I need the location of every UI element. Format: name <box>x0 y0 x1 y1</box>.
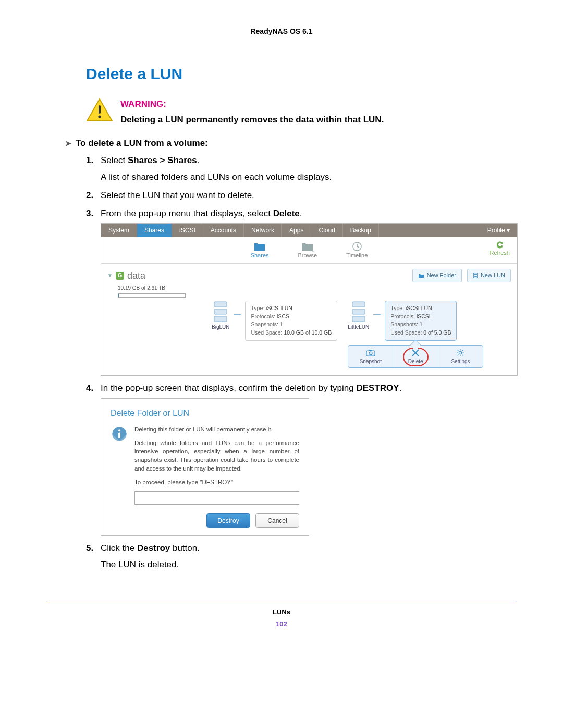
subnav-label: Shares <box>251 252 269 260</box>
menu-snapshot[interactable]: Snapshot <box>348 346 393 368</box>
svg-rect-14 <box>352 316 365 322</box>
sub-nav: Shares Browse Timeline Refresh <box>101 237 517 264</box>
step-text: button. <box>170 543 200 553</box>
tab-cloud[interactable]: Cloud <box>311 224 342 237</box>
dialog-text: Deleting this folder or LUN will permane… <box>134 425 299 434</box>
delete-icon <box>411 349 420 357</box>
gear-icon <box>456 349 464 357</box>
doc-header: ReadyNAS OS 6.1 <box>47 26 516 36</box>
folder-icon <box>418 273 424 278</box>
button-label: New LUN <box>481 272 505 280</box>
profile-menu[interactable]: Profile ▾ <box>480 224 517 237</box>
tab-network[interactable]: Network <box>244 224 282 237</box>
main-tabs: System Shares iSCSI Accounts Network App… <box>101 224 517 237</box>
procedure-heading: ➤To delete a LUN from a volume: <box>65 137 516 150</box>
step-bold: Delete <box>273 208 300 218</box>
destroy-button[interactable]: Destroy <box>206 513 250 528</box>
menu-settings[interactable]: Settings <box>438 346 483 368</box>
svg-rect-12 <box>352 302 365 307</box>
info-icon <box>111 425 128 505</box>
svg-rect-1 <box>99 105 101 114</box>
step-5: Click the Destroy button. The LUN is del… <box>86 542 516 572</box>
step-2: Select the LUN that you want to delete. <box>86 189 516 202</box>
lun-stack-icon <box>351 301 366 323</box>
svg-rect-8 <box>473 277 477 278</box>
section-title: Delete a LUN <box>86 63 516 85</box>
volume-caret-icon[interactable]: ▼ <box>107 272 113 280</box>
refresh-button[interactable]: Refresh <box>489 240 510 257</box>
clock-icon <box>351 241 363 252</box>
svg-point-21 <box>118 429 120 431</box>
cancel-button[interactable]: Cancel <box>255 513 299 528</box>
warning-block: WARNING: Deleting a LUN permanently remo… <box>86 98 516 127</box>
svg-point-2 <box>98 115 101 118</box>
folder-icon <box>253 241 266 252</box>
screenshot-shares-ui: System Shares iSCSI Accounts Network App… <box>101 223 518 376</box>
svg-rect-11 <box>214 316 227 322</box>
footer-label: LUNs <box>47 608 516 618</box>
warning-text: Deleting a LUN permanently removes the d… <box>120 114 384 127</box>
procedure-arrow-icon: ➤ <box>65 139 71 147</box>
tab-accounts[interactable]: Accounts <box>203 224 244 237</box>
svg-rect-22 <box>118 433 120 438</box>
svg-rect-7 <box>473 275 477 277</box>
step-bold: Shares > Shares <box>128 155 197 165</box>
subnav-browse[interactable]: Browse <box>294 240 322 261</box>
svg-rect-6 <box>473 273 477 275</box>
svg-rect-13 <box>352 309 365 314</box>
browse-icon <box>301 241 314 252</box>
subnav-label: Timeline <box>346 252 368 260</box>
warning-label: WARNING: <box>120 98 384 111</box>
warning-icon <box>86 98 113 123</box>
destroy-confirm-input[interactable] <box>134 491 299 505</box>
tab-apps[interactable]: Apps <box>282 224 311 237</box>
new-lun-button[interactable]: New LUN <box>467 269 511 282</box>
svg-rect-10 <box>214 309 227 314</box>
lun-info: Type: iSCSI LUN Protocols: iSCSI Snapsho… <box>245 301 337 341</box>
lun-icon <box>473 273 478 279</box>
volume-usage: 10.19 GB of 2.61 TB <box>118 285 511 292</box>
tab-backup[interactable]: Backup <box>343 224 379 237</box>
step-sub: A list of shared folders and LUNs on eac… <box>101 171 516 184</box>
subnav-label: Refresh <box>489 249 510 257</box>
lun-card-littlelun[interactable]: LittleLUN Type: iSCSI LUN Protocols: iSC… <box>348 301 483 341</box>
svg-rect-9 <box>214 302 227 307</box>
lun-stack-icon <box>213 301 228 323</box>
step-1: Select Shares > Shares. A list of shared… <box>86 154 516 184</box>
step-bold: DESTROY <box>356 383 399 393</box>
step-text: . <box>399 383 402 393</box>
svg-rect-17 <box>369 350 372 351</box>
step-text: . <box>300 208 302 218</box>
lun-card-biglun[interactable]: BigLUN Type: iSCSI LUN Protocols: iSCSI … <box>212 301 337 368</box>
menu-delete[interactable]: Delete <box>393 346 438 368</box>
step-text: Click the <box>101 543 137 553</box>
volume-progress <box>118 293 186 298</box>
step-4: In the pop-up screen that displays, conf… <box>86 382 516 535</box>
refresh-icon <box>495 240 505 249</box>
dialog-title: Delete Folder or LUN <box>111 407 299 419</box>
subnav-timeline[interactable]: Timeline <box>342 240 372 261</box>
subnav-shares[interactable]: Shares <box>247 240 273 261</box>
svg-point-16 <box>369 352 372 355</box>
footer-page-number: 102 <box>47 620 516 630</box>
tab-system[interactable]: System <box>101 224 137 237</box>
lun-name: LittleLUN <box>348 324 369 331</box>
lun-name: BigLUN <box>212 324 229 331</box>
step-sub: The LUN is deleted. <box>101 559 516 572</box>
screenshot-delete-dialog: Delete Folder or LUN Deleting this folde… <box>101 398 309 536</box>
step-text: Select <box>101 155 128 165</box>
footer-rule <box>47 603 516 603</box>
volume-badge-icon: G <box>116 272 124 280</box>
tab-iscsi[interactable]: iSCSI <box>172 224 203 237</box>
subnav-label: Browse <box>298 252 317 260</box>
dialog-text: To proceed, please type "DESTROY" <box>134 478 299 486</box>
new-folder-button[interactable]: New Folder <box>412 269 462 282</box>
volume-name: data <box>127 269 145 282</box>
step-text: In the pop-up screen that displays, conf… <box>101 383 356 393</box>
button-label: New Folder <box>427 272 456 280</box>
snapshot-icon <box>365 349 376 357</box>
tab-shares[interactable]: Shares <box>137 224 172 237</box>
svg-point-20 <box>459 351 462 354</box>
menu-label: Snapshot <box>360 358 382 366</box>
dialog-text: Deleting whole folders and LUNs can be a… <box>134 439 299 472</box>
